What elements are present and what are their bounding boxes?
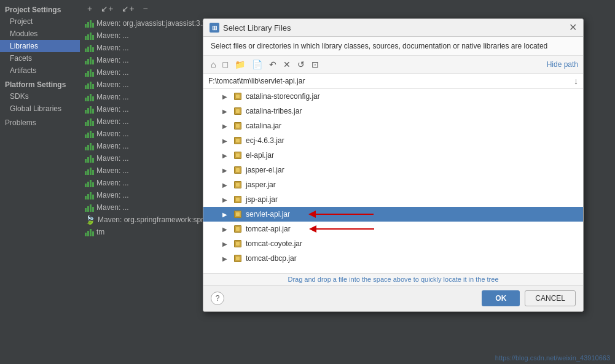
dialog-description: Select files or directories in which lib… <box>203 37 583 56</box>
expand-arrow: ▶ <box>222 226 230 233</box>
expand-arrow: ▶ <box>222 167 230 174</box>
sidebar-item-problems[interactable]: Problems <box>0 115 80 129</box>
main-content: + ↙+ ↙+ − Maven: org.javassist:javassist… <box>80 0 615 364</box>
jar-icon <box>233 195 242 204</box>
dialog-toolbar: ⌂ □ 📁 📄 ↶ ✕ ↺ ⊡ Hide path <box>203 56 583 74</box>
file-name: catalina-storeconfig.jar <box>246 92 320 101</box>
sidebar-item-modules[interactable]: Modules <box>0 28 80 40</box>
new-folder-button[interactable]: 📁 <box>232 58 248 71</box>
footer-left: ? <box>211 292 224 305</box>
dialog-title: Select Library Files <box>223 23 291 33</box>
file-name: jasper.jar <box>246 180 276 189</box>
dialog-overlay: ⊞ Select Library Files ✕ Select files or… <box>80 0 615 364</box>
ok-button[interactable]: OK <box>482 290 520 306</box>
sidebar-section-project-settings: Project Settings <box>0 3 80 15</box>
dialog-titlebar: ⊞ Select Library Files ✕ <box>203 19 583 37</box>
file-name: el-api.jar <box>246 151 274 160</box>
file-item-6[interactable]: ▶ jasper.jar <box>203 177 583 192</box>
back-button[interactable]: ↶ <box>267 58 279 71</box>
refresh-button[interactable]: ↺ <box>295 58 307 71</box>
jar-icon <box>233 107 242 115</box>
footer-right: OK CANCEL <box>482 290 576 306</box>
jar-icon <box>233 180 242 189</box>
file-item-7[interactable]: ▶ jsp-api.jar <box>203 192 583 207</box>
jar-icon <box>233 254 242 263</box>
jar-icon <box>233 122 242 130</box>
file-button[interactable]: 📄 <box>249 58 265 71</box>
expand-button[interactable]: ⊡ <box>309 58 321 71</box>
file-item-5[interactable]: ▶ jasper-el.jar <box>203 163 583 177</box>
jar-icon <box>233 92 242 101</box>
sidebar-item-libraries[interactable]: Libraries <box>0 40 80 52</box>
path-text: F:\tomcat\tm\lib\servlet-api.jar <box>208 77 570 85</box>
dialog-hint: Drag and drop a file into the space abov… <box>203 273 583 285</box>
expand-arrow: ▶ <box>222 255 230 262</box>
select-library-files-dialog: ⊞ Select Library Files ✕ Select files or… <box>203 18 584 312</box>
file-item-3[interactable]: ▶ ecj-4.6.3.jar <box>203 133 583 148</box>
dialog-path-bar: F:\tomcat\tm\lib\servlet-api.jar ↓ <box>203 74 583 89</box>
file-name: ecj-4.6.3.jar <box>246 136 284 145</box>
red-arrow-annotation-2 <box>307 223 380 235</box>
jar-icon <box>233 136 242 145</box>
file-name: tomcat-coyote.jar <box>246 239 302 248</box>
expand-arrow: ▶ <box>222 241 230 247</box>
sidebar-item-global-libraries[interactable]: Global Libraries <box>0 103 80 115</box>
home-button[interactable]: ⌂ <box>208 58 218 71</box>
file-name: servlet-api.jar <box>246 210 290 219</box>
expand-arrow: ▶ <box>222 182 230 188</box>
dialog-footer: ? OK CANCEL <box>203 285 583 311</box>
file-name: jsp-api.jar <box>246 195 278 204</box>
red-arrow-annotation <box>306 208 380 220</box>
expand-arrow: ▶ <box>222 108 230 115</box>
expand-arrow: ▶ <box>222 196 230 203</box>
download-icon: ↓ <box>574 76 578 86</box>
file-name: catalina.jar <box>246 122 281 130</box>
expand-arrow: ▶ <box>222 123 230 130</box>
file-item-11[interactable]: ▶ tomcat-dbcp.jar <box>203 251 583 266</box>
expand-arrow: ▶ <box>222 137 230 144</box>
file-item-9[interactable]: ▶ tomcat-api.jar <box>203 222 583 236</box>
sidebar-item-facets[interactable]: Facets <box>0 52 80 64</box>
cancel-button[interactable]: CANCEL <box>525 290 576 306</box>
desktop-button[interactable]: □ <box>220 58 230 71</box>
expand-arrow: ▶ <box>222 152 230 159</box>
file-name: jasper-el.jar <box>246 166 284 174</box>
file-item-2[interactable]: ▶ catalina.jar <box>203 118 583 133</box>
dialog-title-left: ⊞ Select Library Files <box>210 23 291 33</box>
sidebar-item-project[interactable]: Project <box>0 15 80 28</box>
expand-arrow: ▶ <box>222 211 230 218</box>
dialog-close-button[interactable]: ✕ <box>569 23 577 33</box>
dialog-file-list[interactable]: ▶ catalina-storeconfig.jar ▶ catalina-tr… <box>203 89 583 273</box>
hide-path-button[interactable]: Hide path <box>547 60 578 69</box>
file-item-8[interactable]: ▶ servlet-api.jar <box>203 207 583 222</box>
jar-icon <box>233 210 242 219</box>
sidebar-item-artifacts[interactable]: Artifacts <box>0 64 80 77</box>
sidebar-platform-title: Platform Settings <box>0 77 80 90</box>
sidebar-item-sdks[interactable]: SDKs <box>0 90 80 103</box>
dialog-toolbar-left: ⌂ □ 📁 📄 ↶ ✕ ↺ ⊡ <box>208 58 321 71</box>
file-item-0[interactable]: ▶ catalina-storeconfig.jar <box>203 89 583 104</box>
jar-icon <box>233 239 242 248</box>
dialog-icon: ⊞ <box>210 23 219 33</box>
file-name: tomcat-dbcp.jar <box>246 254 297 263</box>
help-button[interactable]: ? <box>211 292 224 305</box>
file-name: tomcat-api.jar <box>246 225 291 233</box>
sidebar: Project Settings Project Modules Librari… <box>0 0 80 364</box>
file-item-10[interactable]: ▶ tomcat-coyote.jar <box>203 236 583 251</box>
jar-icon <box>233 225 242 233</box>
file-name: catalina-tribes.jar <box>246 107 302 115</box>
file-item-1[interactable]: ▶ catalina-tribes.jar <box>203 104 583 118</box>
jar-icon <box>233 151 242 160</box>
file-item-4[interactable]: ▶ el-api.jar <box>203 148 583 163</box>
jar-icon <box>233 166 242 174</box>
delete-button[interactable]: ✕ <box>281 58 293 71</box>
expand-arrow: ▶ <box>222 93 230 100</box>
